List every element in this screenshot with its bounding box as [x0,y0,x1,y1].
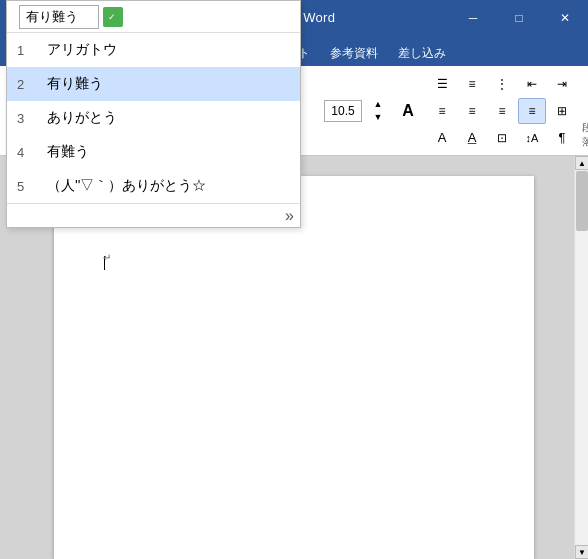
ac-item-5[interactable]: 5 （人''▽｀）ありがとう☆ [7,169,300,203]
paragraph-section-label: 段落 [582,121,588,149]
indent-decrease-btn[interactable]: ⇤ [518,71,546,97]
window-controls: ─ □ ✕ [450,0,588,36]
more-items-button[interactable]: » [285,207,294,225]
font-size-input[interactable] [324,100,362,122]
align-center-btn[interactable]: ≡ [458,98,486,124]
ac-item-4[interactable]: 4 有難う [7,135,300,169]
ac-item-2[interactable]: 2 有り難う [7,67,300,101]
show-hide-btn[interactable]: ¶ [548,125,576,151]
vertical-scrollbar[interactable]: ▲ ▼ [574,156,588,559]
ac-item-1[interactable]: 1 アリガトウ [7,33,300,67]
margin-marker: ↵ [103,252,111,263]
ac-text-2: 有り難う [47,75,103,93]
svg-text:✓: ✓ [108,12,116,22]
scroll-thumb[interactable] [576,171,588,231]
format-controls: ☰ ≡ ⋮ ⇤ ⇥ ≡ ≡ ≡ ≡ ⊞ A A ⊡ ↕A ¶ [428,71,576,151]
font-size-down-btn[interactable]: ▼ [364,111,392,123]
ac-text-3: ありがとう [47,109,117,127]
font-size-up-btn[interactable]: ▲ [364,98,392,110]
autocorrect-dropdown: 有り難う ✓ 1 アリガトウ 2 有り難う 3 ありがとう 4 有難う 5 （人… [6,0,301,228]
font-controls: ▲ ▼ A [324,98,422,124]
autocorrect-input-display[interactable]: 有り難う [19,5,99,29]
ac-text-4: 有難う [47,143,89,161]
columns-btn[interactable]: ⊞ [548,98,576,124]
ac-item-3[interactable]: 3 ありがとう [7,101,300,135]
ac-text-5: （人''▽｀）ありがとう☆ [47,177,206,195]
autocorrect-icon: ✓ [103,7,123,27]
ac-num-4: 4 [17,145,31,160]
align-justify-btn[interactable]: ≡ [518,98,546,124]
bullets-btn[interactable]: ☰ [428,71,456,97]
maximize-button[interactable]: □ [496,0,542,36]
ac-num-2: 2 [17,77,31,92]
font-size-grow-btn[interactable]: A [394,98,422,124]
sort-btn[interactable]: ↕A [518,125,546,151]
scroll-up-btn[interactable]: ▲ [575,156,588,170]
shading-btn[interactable]: A [428,125,456,151]
multilevel-btn[interactable]: ⋮ [488,71,516,97]
ac-num-5: 5 [17,179,31,194]
minimize-button[interactable]: ─ [450,0,496,36]
close-button[interactable]: ✕ [542,0,588,36]
ac-num-1: 1 [17,43,31,58]
tab-mailings[interactable]: 差し込み [388,40,456,66]
text-color-btn[interactable]: A [458,125,486,151]
autocorrect-footer: » [7,203,300,227]
align-left-btn[interactable]: ≡ [428,98,456,124]
scroll-down-btn[interactable]: ▼ [575,545,588,559]
numbering-btn[interactable]: ≡ [458,71,486,97]
ac-num-3: 3 [17,111,31,126]
indent-increase-btn[interactable]: ⇥ [548,71,576,97]
ac-text-1: アリガトウ [47,41,117,59]
align-right-btn[interactable]: ≡ [488,98,516,124]
autocorrect-header: 有り難う ✓ [7,1,300,33]
borders-btn[interactable]: ⊡ [488,125,516,151]
document-page: ↵ [54,176,534,559]
tab-references[interactable]: 参考資料 [320,40,388,66]
